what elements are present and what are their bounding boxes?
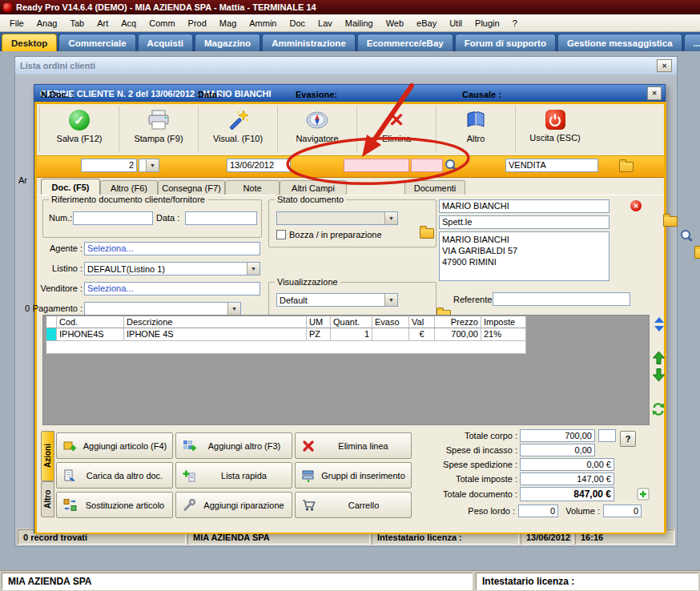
aggiungi-riparazione-button[interactable]: Aggiungi riparazione: [175, 492, 292, 518]
print-button[interactable]: Stampa (F9): [119, 106, 198, 152]
referente-field[interactable]: [493, 292, 630, 306]
col-prezzo[interactable]: Prezzo: [435, 316, 481, 328]
totale-corpo-field[interactable]: 700,00: [520, 429, 595, 442]
sostituzione-articolo-button[interactable]: Sostituzione articolo: [56, 492, 173, 518]
other-button[interactable]: Altro: [436, 106, 515, 152]
menu-help[interactable]: ?: [506, 16, 524, 30]
tab-doc-f5[interactable]: Doc. (F5): [41, 179, 100, 195]
lista-close-icon[interactable]: ✕: [657, 59, 672, 72]
indirizzo-box[interactable]: MARIO BIANCHI VIA GARIBALDI 57 47900 RIM…: [439, 231, 609, 281]
causale-field[interactable]: VENDITA: [505, 159, 598, 172]
ndoc-combo[interactable]: ▼: [139, 159, 159, 172]
col-evaso[interactable]: Evaso: [372, 316, 409, 328]
col-cod[interactable]: Cod.: [57, 316, 124, 328]
tab-altro-f6[interactable]: Altro (F6): [100, 180, 158, 195]
dialog-close-icon[interactable]: ✕: [647, 86, 662, 100]
evasione-search-icon[interactable]: [445, 159, 457, 171]
stato-folder-icon[interactable]: [420, 228, 434, 239]
menu-web[interactable]: Web: [380, 16, 410, 30]
tab-consegna-f7[interactable]: Consegna (F7): [158, 180, 225, 195]
dropdown-arrow-icon[interactable]: ▼: [247, 263, 259, 275]
tab-more[interactable]: ...: [684, 34, 700, 51]
volume-field[interactable]: 0: [603, 505, 642, 517]
indirizzo-folder-icon[interactable]: [694, 248, 700, 259]
aggiungi-altro-button[interactable]: Aggiungi altro (F3): [175, 432, 292, 459]
menu-comm[interactable]: Comm: [143, 16, 181, 30]
menu-anag[interactable]: Anag: [30, 16, 64, 30]
side-tab-altro[interactable]: Altro: [41, 481, 54, 517]
menu-mag[interactable]: Mag: [213, 16, 243, 30]
tab-messaggistica[interactable]: Gestione messaggistica: [557, 34, 682, 51]
col-imposte[interactable]: Imposte: [481, 316, 526, 328]
venditore-field[interactable]: Seleziona...: [84, 282, 260, 296]
ndoc-field[interactable]: 2: [81, 159, 137, 172]
num-field[interactable]: [73, 211, 153, 225]
bozza-checkbox[interactable]: [276, 230, 286, 239]
menu-art[interactable]: Art: [91, 16, 115, 30]
navigator-button[interactable]: Navigatore: [277, 106, 356, 152]
row-selector-cell[interactable]: [46, 328, 57, 341]
totale-imposte-field[interactable]: 147,00 €: [520, 472, 614, 485]
tab-magazzino[interactable]: Magazzino: [195, 34, 260, 51]
elimina-linea-button[interactable]: Elimina linea: [295, 432, 412, 459]
data-field[interactable]: 13/06/2012: [227, 159, 291, 172]
listino-select[interactable]: DEFAULT(Listino 1)▼: [84, 262, 260, 275]
lista-rapida-button[interactable]: Lista rapida: [175, 462, 292, 488]
move-down-icon[interactable]: [652, 368, 666, 382]
save-button[interactable]: ✓ Salva (F12): [39, 106, 119, 152]
aggiungi-articolo-button[interactable]: Aggiungi articolo (F4): [56, 432, 173, 459]
col-val[interactable]: Val: [409, 316, 435, 328]
rif-data-field[interactable]: [185, 211, 257, 225]
carica-da-altro-doc-button[interactable]: Carica da altro doc.: [56, 462, 173, 488]
menu-ammin[interactable]: Ammin: [243, 16, 283, 30]
cliente-remove-icon[interactable]: ✕: [630, 200, 642, 211]
refresh-icon[interactable]: [651, 402, 666, 416]
evasione-field[interactable]: [344, 159, 409, 172]
tab-amministrazione[interactable]: Amministrazione: [262, 34, 356, 51]
tab-altri-campi[interactable]: Altri Campi: [280, 180, 347, 195]
menu-file[interactable]: File: [3, 16, 30, 30]
menu-mailing[interactable]: Mailing: [339, 16, 380, 30]
table-row[interactable]: IPHONE4S IPHONE 4S PZ 1 € 700,00 21%: [46, 328, 526, 341]
add-total-icon[interactable]: [637, 488, 650, 501]
evasione-field-2[interactable]: [411, 159, 443, 172]
dropdown-arrow-icon[interactable]: ▼: [384, 212, 397, 224]
tab-ecommerce[interactable]: Ecommerce/eBay: [357, 34, 453, 51]
menu-acq[interactable]: Acq: [115, 16, 143, 30]
agente-field[interactable]: Seleziona...: [84, 242, 260, 255]
menu-lav[interactable]: Lav: [312, 16, 339, 30]
tab-forum[interactable]: Forum di supporto: [455, 34, 556, 51]
totale-corpo-extra-field[interactable]: [598, 429, 616, 442]
tab-desktop[interactable]: Desktop: [2, 34, 57, 51]
preview-button[interactable]: Visual. (F10): [198, 106, 277, 152]
menu-tab[interactable]: Tab: [63, 16, 91, 30]
menu-plugin[interactable]: Plugin: [469, 16, 506, 30]
menu-util[interactable]: Util: [443, 16, 469, 30]
tab-acquisti[interactable]: Acquisti: [138, 34, 193, 51]
menu-prod[interactable]: Prod: [182, 16, 213, 30]
spettle-field[interactable]: Spett.le: [439, 215, 609, 229]
tab-commerciale[interactable]: Commerciale: [58, 34, 135, 51]
spese-incasso-field[interactable]: 0,00: [520, 444, 595, 456]
col-descrizione[interactable]: Descrizione: [124, 316, 307, 328]
col-um[interactable]: UM: [307, 316, 331, 328]
cliente-search-icon[interactable]: [681, 230, 693, 242]
menu-ebay[interactable]: eBay: [410, 16, 443, 30]
help-button[interactable]: ?: [620, 431, 636, 447]
peso-lordo-field[interactable]: 0: [518, 505, 558, 517]
col-quant[interactable]: Quant.: [331, 316, 372, 328]
stato-select[interactable]: ▼: [276, 211, 398, 225]
dropdown-arrow-icon[interactable]: ▼: [146, 159, 159, 171]
side-tab-azioni[interactable]: Azioni: [41, 431, 54, 481]
pagamento-select[interactable]: ▼: [84, 302, 241, 316]
tab-documenti[interactable]: Documenti: [404, 180, 465, 195]
tab-note[interactable]: Note: [225, 180, 280, 195]
totale-documento-field[interactable]: 847,00 €: [520, 487, 614, 501]
cliente-field[interactable]: MARIO BIANCHI: [439, 199, 609, 213]
exit-button[interactable]: Uscita (ESC): [515, 106, 594, 152]
cliente-folder-icon[interactable]: [663, 216, 678, 227]
move-up-icon[interactable]: [652, 351, 666, 365]
visualizzazione-select[interactable]: Default▼: [276, 293, 398, 307]
causale-folder-icon[interactable]: [619, 162, 634, 172]
dropdown-arrow-icon[interactable]: ▼: [384, 294, 397, 306]
